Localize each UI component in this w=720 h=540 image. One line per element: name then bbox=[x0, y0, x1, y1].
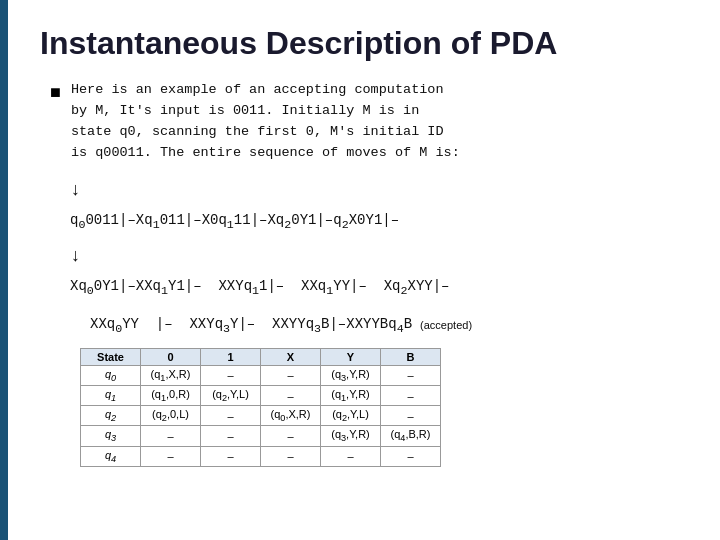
computation-line1: ↓ bbox=[70, 174, 690, 206]
bullet-point: ■ bbox=[50, 82, 61, 103]
table-row: q3 – – – (q3,Y,R) (q4,B,R) bbox=[81, 426, 441, 446]
cell-y: (q3,Y,R) bbox=[321, 426, 381, 446]
cell-state: q0 bbox=[81, 365, 141, 385]
cell-x: – bbox=[261, 426, 321, 446]
cell-x: – bbox=[261, 386, 321, 406]
arrow-down-2: ↓ bbox=[70, 240, 81, 272]
cell-1: – bbox=[201, 406, 261, 426]
cell-b: – bbox=[381, 386, 441, 406]
table-row: q1 (q1,0,R) (q2,Y,L) – (q1,Y,R) – bbox=[81, 386, 441, 406]
slide: Instantaneous Description of PDA ■ Here … bbox=[0, 0, 720, 540]
table: State 0 1 X Y B q0 (q1,X,R) – – (q3,Y,R) bbox=[80, 348, 441, 467]
table-header-row: State 0 1 X Y B bbox=[81, 348, 441, 365]
col-0: 0 bbox=[141, 348, 201, 365]
cell-state: q1 bbox=[81, 386, 141, 406]
para-line2: by M, It's input is 0011. Initially M is… bbox=[71, 103, 419, 118]
slide-content: ■ Here is an example of an accepting com… bbox=[50, 80, 690, 467]
col-1: 1 bbox=[201, 348, 261, 365]
col-state: State bbox=[81, 348, 141, 365]
decorative-bar bbox=[0, 0, 8, 540]
cell-state: q2 bbox=[81, 406, 141, 426]
cell-0: (q1,X,R) bbox=[141, 365, 201, 385]
cell-b: (q4,B,R) bbox=[381, 426, 441, 446]
cell-y: (q3,Y,R) bbox=[321, 365, 381, 385]
slide-title: Instantaneous Description of PDA bbox=[40, 20, 690, 62]
cell-1: – bbox=[201, 426, 261, 446]
cell-x: – bbox=[261, 446, 321, 466]
computation-text2: Xq00Y1|–XXq1Y1|– XXYq11|– XXq1YY|– Xq2XY… bbox=[70, 274, 690, 302]
cell-x: – bbox=[261, 365, 321, 385]
cell-state: q3 bbox=[81, 426, 141, 446]
col-x: X bbox=[261, 348, 321, 365]
table-row: q0 (q1,X,R) – – (q3,Y,R) – bbox=[81, 365, 441, 385]
accepted-label: (accepted) bbox=[420, 316, 472, 336]
cell-y: (q2,Y,L) bbox=[321, 406, 381, 426]
para-line4: is q00011. The entire sequence of moves … bbox=[71, 145, 460, 160]
col-b: B bbox=[381, 348, 441, 365]
cell-y: (q1,Y,R) bbox=[321, 386, 381, 406]
cell-b: – bbox=[381, 446, 441, 466]
cell-y: – bbox=[321, 446, 381, 466]
para-line3: state q0, scanning the first 0, M's init… bbox=[71, 124, 444, 139]
table-row: q4 – – – – – bbox=[81, 446, 441, 466]
cell-1: – bbox=[201, 365, 261, 385]
para-line1: Here is an example of an accepting compu… bbox=[71, 82, 444, 97]
computation-text1: q00011|–Xq1011|–X0q111|–Xq20Y1|–q2X0Y1|– bbox=[70, 208, 690, 236]
cell-0: – bbox=[141, 446, 201, 466]
cell-0: (q2,0,L) bbox=[141, 406, 201, 426]
transition-table: State 0 1 X Y B q0 (q1,X,R) – – (q3,Y,R) bbox=[80, 348, 690, 467]
cell-0: – bbox=[141, 426, 201, 446]
bottom-row: XXq0YY |– XXYq3Y|– XXYYq3B|–XXYYBq4B (ac… bbox=[90, 312, 690, 340]
cell-0: (q1,0,R) bbox=[141, 386, 201, 406]
computation-line2: ↓ bbox=[70, 240, 690, 272]
cell-x: (q0,X,R) bbox=[261, 406, 321, 426]
table-row: q2 (q2,0,L) – (q0,X,R) (q2,Y,L) – bbox=[81, 406, 441, 426]
bullet-section: ■ Here is an example of an accepting com… bbox=[50, 80, 690, 164]
cell-1: – bbox=[201, 446, 261, 466]
cell-b: – bbox=[381, 365, 441, 385]
cell-b: – bbox=[381, 406, 441, 426]
cell-1: (q2,Y,L) bbox=[201, 386, 261, 406]
cell-state: q4 bbox=[81, 446, 141, 466]
arrow-down-1: ↓ bbox=[70, 174, 81, 206]
bottom-computation: XXq0YY |– XXYq3Y|– XXYYq3B|–XXYYBq4B bbox=[90, 312, 412, 340]
paragraph-text: Here is an example of an accepting compu… bbox=[71, 80, 460, 164]
col-y: Y bbox=[321, 348, 381, 365]
computation-block: ↓ q00011|–Xq1011|–X0q111|–Xq20Y1|–q2X0Y1… bbox=[70, 174, 690, 340]
